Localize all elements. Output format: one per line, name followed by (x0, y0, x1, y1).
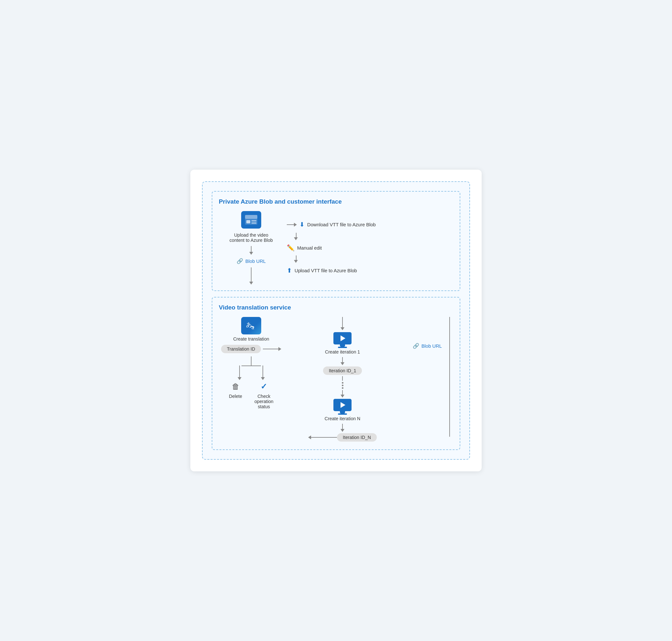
fork-horizontal (237, 366, 265, 380)
iteration-idN-pill: Iteration ID_N (337, 433, 377, 441)
monitor1-stand (340, 344, 345, 347)
arrow-down-dl (293, 233, 298, 240)
monitorN-base (338, 413, 347, 415)
bottom-right-col: 🔗 Blob URL (401, 317, 453, 349)
translate-icon: あ a (241, 317, 261, 335)
top-right: ⬇ Download VTT file to Azure Blob ✏️ Man… (287, 221, 453, 274)
blob-svg-icon (244, 214, 258, 225)
iteration-id1-pill: Iteration ID_1 (323, 367, 362, 375)
bottom-section-title: Video translation service (219, 304, 453, 311)
svg-rect-2 (246, 220, 250, 223)
monitorN-body (333, 399, 352, 411)
fork-hline (242, 366, 261, 366)
top-left: Upload the video content to Azure Blob 🔗… (219, 211, 284, 285)
chain-icon-top-left: 🔗 (237, 258, 243, 264)
chain-icon-bottom: 🔗 (413, 343, 419, 349)
upload-vtt-label: Upload VTT file to Azure Blob (294, 268, 357, 273)
check-label: Check operation status (255, 394, 274, 409)
top-section: Private Azure Blob and customer interfac… (212, 191, 460, 291)
monitor1-base (338, 347, 347, 348)
upload-video-label: Upload the video content to Azure Blob (230, 232, 273, 243)
outer-dashed-border: Private Azure Blob and customer interfac… (202, 181, 470, 460)
blob-url-bottom-right: 🔗 Blob URL (413, 343, 442, 349)
pencil-icon: ✏️ (287, 244, 294, 251)
arrow-down-edit (293, 256, 298, 263)
loop-back-line (449, 317, 450, 437)
play-triangle-N (341, 402, 345, 408)
bottom-section: Video translation service あ a Create tr (212, 297, 460, 450)
arrow-right-to-iteration (263, 347, 281, 351)
monitor1-wrapper: Create iteration 1 (325, 332, 360, 354)
iteration1-arrow-pill: Iteration ID_1 (323, 357, 362, 375)
trash-icon: 🗑 (232, 382, 239, 391)
svg-rect-1 (245, 215, 257, 219)
monitor1-body (333, 332, 352, 344)
iterationN-pill-row: Iteration ID_N (308, 433, 377, 441)
azure-blob-icon (241, 211, 261, 229)
bottom-main-row: あ a Create translation Translation ID (219, 317, 453, 441)
play-triangle-1 (341, 336, 345, 341)
manual-edit-label: Manual edit (297, 245, 322, 250)
svg-rect-3 (251, 220, 256, 221)
delete-label: Delete (229, 394, 242, 399)
translate-svg: あ a (245, 320, 257, 331)
upload-icon: ⬆ (287, 267, 292, 274)
bottom-center-col: Create iteration 1 Iteration ID_1 (284, 317, 401, 441)
monitorN-stand (340, 411, 345, 413)
blob-url-top-left: 🔗 Blob URL (237, 258, 266, 264)
left-branch-vline (239, 366, 240, 377)
left-branch (237, 366, 242, 380)
ellipsis-dots (342, 382, 343, 389)
main-container: Private Azure Blob and customer interfac… (190, 169, 482, 472)
monitorN-wrapper: Create iteration N (325, 399, 360, 421)
check-col: ✓ Check operation status (255, 382, 274, 409)
left-branch-arrow (237, 377, 242, 380)
top-section-title: Private Azure Blob and customer interfac… (219, 198, 453, 205)
create-iterationN-label: Create iteration N (325, 416, 360, 421)
arrow-down-2 (249, 268, 253, 285)
top-content: Upload the video content to Azure Blob 🔗… (219, 211, 453, 285)
right-branch-arrow (261, 377, 265, 380)
arrow-down-1 (249, 246, 253, 255)
create-iteration1-label: Create iteration 1 (325, 349, 360, 354)
translation-id-row: Translation ID (221, 345, 281, 353)
dots-area (341, 376, 344, 397)
fork-vline-top (251, 356, 251, 366)
check-icon: ✓ (261, 382, 267, 391)
fork-area: 🗑 Delete ✓ Check operation status (219, 356, 284, 409)
svg-rect-4 (251, 222, 256, 224)
right-branch-vline (262, 366, 263, 377)
download-icon: ⬇ (299, 221, 305, 228)
arrow-left-to-check (308, 435, 337, 439)
translation-id-pill: Translation ID (221, 345, 261, 353)
monitorN-icon (333, 399, 352, 415)
delete-col: 🗑 Delete (229, 382, 242, 399)
bottom-actions-row: 🗑 Delete ✓ Check operation status (229, 382, 273, 409)
create-translation-label: Create translation (233, 336, 269, 342)
top-incoming-arrow (341, 317, 344, 330)
download-vtt-label: Download VTT file to Azure Blob (307, 222, 376, 227)
blob-url-top-left-label: Blob URL (245, 259, 266, 264)
right-branch (261, 366, 265, 380)
monitor1-icon (333, 332, 352, 348)
blob-url-bottom-label: Blob URL (422, 343, 442, 349)
iterationN-arrow-pill: Iteration ID_N (308, 424, 377, 441)
bottom-left-col: あ a Create translation Translation ID (219, 317, 284, 409)
